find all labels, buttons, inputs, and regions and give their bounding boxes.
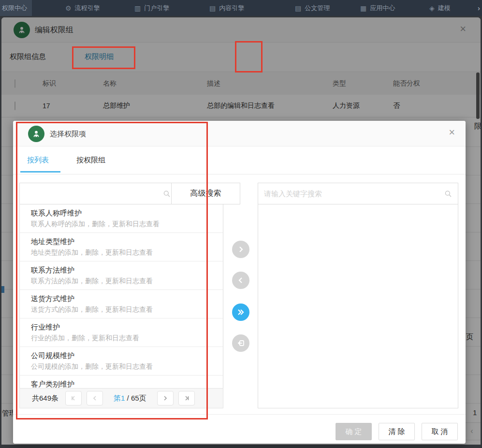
nav-more-chevron-icon[interactable]: ›: [478, 0, 480, 16]
modal-title: 选择权限项: [50, 130, 86, 139]
item-desc: 送货方式的添加，删除，更新和日志查看: [31, 305, 218, 314]
item-title: 地址类型维护: [31, 237, 218, 246]
current-page: 第1: [114, 394, 125, 402]
page-indicator: 第1 / 65页: [114, 394, 146, 403]
active-tab-underline: [20, 171, 60, 173]
cube-icon: ◈: [429, 5, 435, 12]
total-count: 共649条: [32, 394, 58, 403]
remove-all-button[interactable]: [232, 334, 249, 352]
nav-item-process-engine[interactable]: ⚙ 流程引擎: [60, 0, 105, 16]
list-item[interactable]: 联系人称呼维护 联系人称呼的添加，删除，更新和日志查看: [20, 204, 223, 233]
footer-actions: 确定 清除 取消: [336, 423, 458, 440]
search-icon: [163, 190, 171, 198]
footer-divider: [13, 414, 466, 415]
nav-item-app-center[interactable]: ▦ 应用中心: [355, 0, 400, 16]
item-title: 送货方式维护: [31, 294, 218, 303]
item-title: 行业维护: [31, 323, 218, 332]
move-all-right-button[interactable]: [232, 303, 249, 321]
item-title: 联系方法维护: [31, 266, 218, 275]
nav-item-doc-management[interactable]: ▤ 公文管理: [290, 0, 335, 16]
nav-label: 流程引擎: [75, 4, 100, 13]
search-icon: [444, 190, 452, 198]
advanced-search-button[interactable]: 高级搜索: [171, 183, 240, 204]
tab-by-list[interactable]: 按列表: [27, 156, 49, 165]
item-title: 客户类别维护: [31, 380, 218, 388]
tabs-row: 按列表 按权限组: [13, 146, 466, 174]
pagination-bar: 共649条 第1 / 65页: [19, 388, 223, 408]
first-page-button[interactable]: [65, 391, 82, 405]
item-desc: 公司规模的添加，删除，更新和日志查看: [31, 362, 218, 371]
document-icon: ▤: [295, 5, 301, 12]
confirm-button[interactable]: 确定: [336, 423, 372, 440]
modal-header: 选择权限项 ×: [13, 121, 466, 146]
move-left-button[interactable]: [232, 272, 249, 289]
permission-item-list: 联系人称呼维护 联系人称呼的添加，删除，更新和日志查看 地址类型维护 地址类型的…: [19, 204, 223, 388]
list-item[interactable]: 行业维护 行业的添加，删除，更新和日志查看: [20, 318, 223, 347]
permission-item-icon: [28, 126, 44, 142]
nav-item-content-engine[interactable]: ▤ 内容引擎: [204, 0, 249, 16]
list-item[interactable]: 客户类别维护: [20, 376, 223, 388]
process-engine-icon: ⚙: [65, 5, 72, 12]
left-search-group: 高级搜索: [19, 183, 240, 204]
list-item[interactable]: 公司规模维护 公司规模的添加，删除，更新和日志查看: [20, 347, 223, 376]
list-item[interactable]: 送货方式维护 送货方式的添加，删除，更新和日志查看: [20, 290, 223, 318]
item-desc: 行业的添加，删除，更新和日志查看: [31, 334, 218, 343]
portal-engine-icon: ▥: [134, 5, 141, 12]
cancel-button[interactable]: 取消: [422, 423, 458, 440]
content-engine-icon: ▤: [209, 5, 216, 12]
nav-label: 门户引擎: [144, 4, 169, 13]
app-window: 权限中心 ⚙ 流程引擎 ▥ 门户引擎 ▤ 内容引擎 ▤ 公文管理 ▦ 应用中心 …: [0, 0, 482, 448]
next-page-button[interactable]: [157, 391, 174, 405]
nav-label: 内容引擎: [219, 4, 244, 13]
right-search-group: [258, 183, 458, 204]
app-grid-icon: ▦: [360, 5, 366, 12]
select-permission-items-modal: 选择权限项 × 按列表 按权限组 高级搜索 联系人称呼维护 联系人称呼的添加，删…: [13, 121, 466, 444]
nav-item-portal-engine[interactable]: ▥ 门户引擎: [130, 0, 174, 16]
top-navigation: 权限中心 ⚙ 流程引擎 ▥ 门户引擎 ▤ 内容引擎 ▤ 公文管理 ▦ 应用中心 …: [0, 0, 482, 16]
nav-label: 应用中心: [370, 4, 395, 13]
nav-label: 权限中心: [2, 4, 27, 13]
item-desc: 地址类型的添加，删除，更新和日志查看: [31, 248, 218, 257]
nav-item-permission-center[interactable]: 权限中心: [0, 0, 32, 16]
nav-label: 公文管理: [305, 4, 330, 13]
prev-page-button[interactable]: [87, 391, 103, 405]
tab-by-permission-group[interactable]: 按权限组: [76, 156, 105, 165]
clear-button[interactable]: 清除: [379, 423, 415, 440]
nav-item-modeling[interactable]: ◈ 建模: [424, 0, 455, 16]
close-icon[interactable]: ×: [449, 127, 455, 138]
list-item[interactable]: 地址类型维护 地址类型的添加，删除，更新和日志查看: [20, 233, 223, 261]
nav-label: 建模: [438, 4, 451, 13]
item-title: 联系人称呼维护: [31, 209, 218, 218]
left-search-input[interactable]: [20, 183, 171, 204]
selected-items-panel: [258, 204, 458, 408]
list-item[interactable]: 联系方法维护 联系方法的添加，删除，更新和日志查看: [20, 261, 223, 290]
item-desc: 联系人称呼的添加，删除，更新和日志查看: [31, 220, 218, 229]
total-pages: 65页: [131, 394, 146, 402]
item-desc: 联系方法的添加，删除，更新和日志查看: [31, 277, 218, 286]
item-title: 公司规模维护: [31, 351, 218, 361]
keyword-search-input[interactable]: [258, 183, 458, 204]
move-right-button[interactable]: [232, 241, 249, 258]
last-page-button[interactable]: [178, 391, 195, 405]
page-separator: /: [127, 394, 129, 402]
